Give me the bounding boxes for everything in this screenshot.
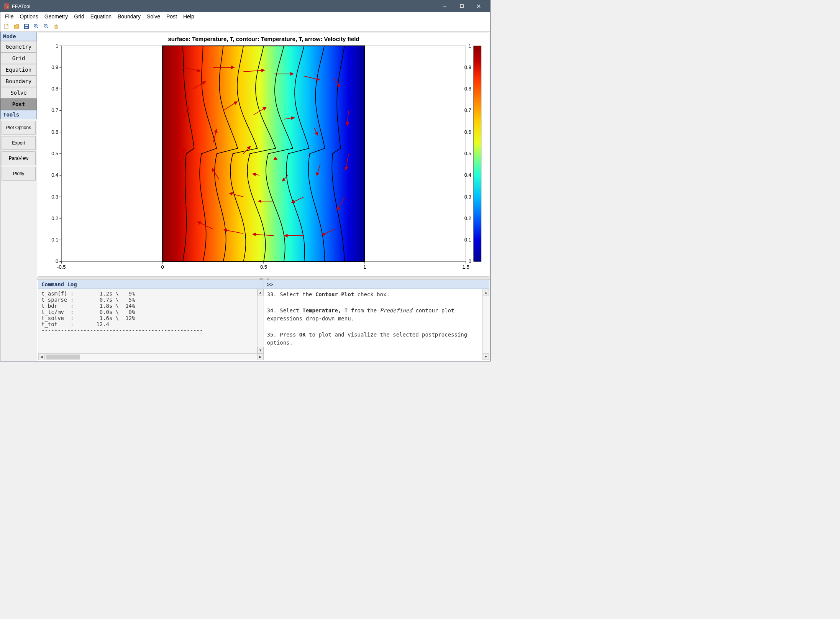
help-prompt: >> <box>264 280 489 289</box>
svg-text:0.3: 0.3 <box>51 194 58 200</box>
svg-rect-11 <box>25 25 28 26</box>
svg-marker-9 <box>14 25 19 28</box>
menu-equation[interactable]: Equation <box>87 13 115 20</box>
svg-text:0.5: 0.5 <box>51 151 58 156</box>
log-hscrollbar[interactable]: ◀ ▶ <box>38 353 264 360</box>
app-icon <box>3 3 10 9</box>
svg-line-18 <box>47 27 48 28</box>
tool-export-button[interactable]: Export <box>2 136 36 150</box>
tool-plot-options-button[interactable]: Plot Options <box>2 121 36 135</box>
svg-text:0.6: 0.6 <box>51 129 58 135</box>
mode-solve-button[interactable]: Solve <box>0 87 37 99</box>
svg-text:0.6: 0.6 <box>464 129 471 135</box>
tool-paraview-button[interactable]: ParaView <box>2 151 36 165</box>
svg-rect-2 <box>7 7 8 8</box>
scroll-left-icon[interactable]: ◀ <box>38 354 45 360</box>
menu-file[interactable]: File <box>2 13 17 20</box>
menu-post[interactable]: Post <box>163 13 180 20</box>
mode-boundary-button[interactable]: Boundary <box>0 76 37 87</box>
close-button[interactable] <box>470 0 487 12</box>
titlebar: FEATool <box>0 0 490 12</box>
mode-geometry-button[interactable]: Geometry <box>0 41 37 53</box>
svg-rect-1 <box>5 4 6 6</box>
window-title: FEATool <box>12 3 436 9</box>
open-file-icon[interactable] <box>12 22 21 31</box>
splitter-handle[interactable] <box>37 277 490 280</box>
scroll-thumb[interactable] <box>46 355 80 360</box>
menubar: FileOptionsGeometryGridEquationBoundaryS… <box>0 12 490 21</box>
svg-text:1: 1 <box>56 43 58 49</box>
svg-text:0.8: 0.8 <box>51 86 58 92</box>
minimize-button[interactable] <box>436 0 453 12</box>
plot-canvas[interactable]: surface: Temperature, T, contour: Temper… <box>38 33 489 276</box>
scroll-down-icon[interactable]: ▼ <box>258 347 264 353</box>
new-file-icon[interactable] <box>2 22 11 31</box>
maximize-button[interactable] <box>453 0 470 12</box>
sidebar-mode-header: Mode <box>0 32 37 41</box>
log-vscrollbar[interactable]: ▲ ▼ <box>257 289 264 353</box>
svg-rect-12 <box>25 27 28 28</box>
svg-text:0.1: 0.1 <box>51 237 58 243</box>
scroll-track[interactable] <box>258 296 264 347</box>
main-area: Mode GeometryGridEquationBoundarySolvePo… <box>0 32 490 361</box>
save-file-icon[interactable] <box>22 22 31 31</box>
mode-equation-button[interactable]: Equation <box>0 64 37 76</box>
svg-text:0.2: 0.2 <box>51 215 58 221</box>
svg-text:-0.5: -0.5 <box>57 264 66 270</box>
svg-rect-4 <box>460 5 463 8</box>
scroll-up-icon[interactable]: ▲ <box>483 289 489 296</box>
menu-solve[interactable]: Solve <box>144 13 163 20</box>
tool-plotly-button[interactable]: Plotly <box>2 167 36 181</box>
help-body[interactable]: 33. Select the Contour Plot check box.34… <box>264 289 483 360</box>
svg-text:0.3: 0.3 <box>464 194 471 200</box>
pan-hand-icon[interactable] <box>52 22 61 31</box>
plot-area[interactable]: surface: Temperature, T, contour: Temper… <box>38 33 489 277</box>
zoom-in-icon[interactable] <box>32 22 41 31</box>
svg-text:0.2: 0.2 <box>464 215 471 221</box>
svg-text:0.7: 0.7 <box>464 107 471 113</box>
scroll-right-icon[interactable]: ▶ <box>257 354 264 360</box>
content-area: surface: Temperature, T, contour: Temper… <box>37 32 490 361</box>
sidebar: Mode GeometryGridEquationBoundarySolvePo… <box>0 32 37 361</box>
command-log-body[interactable]: t_asm(f) : 1.2s \ 9% t_sparse : 0.7s \ 5… <box>38 289 257 353</box>
svg-text:0: 0 <box>468 258 471 264</box>
scroll-track[interactable] <box>45 354 257 360</box>
svg-text:0.7: 0.7 <box>51 107 58 113</box>
scroll-track[interactable] <box>483 296 489 353</box>
svg-rect-86 <box>474 46 481 262</box>
help-vscrollbar[interactable]: ▲ ▼ <box>482 289 489 360</box>
mode-grid-button[interactable]: Grid <box>0 53 37 64</box>
menu-boundary[interactable]: Boundary <box>115 13 144 20</box>
plot-title: surface: Temperature, T, contour: Temper… <box>168 36 359 42</box>
sidebar-tools-header: Tools <box>0 110 37 119</box>
svg-text:0.1: 0.1 <box>464 237 471 243</box>
svg-text:0.4: 0.4 <box>51 172 58 178</box>
svg-text:0.9: 0.9 <box>51 64 58 70</box>
svg-text:1: 1 <box>363 264 366 270</box>
scroll-down-icon[interactable]: ▼ <box>483 353 489 360</box>
menu-grid[interactable]: Grid <box>71 13 87 20</box>
svg-text:0.5: 0.5 <box>260 264 267 270</box>
mode-post-button[interactable]: Post <box>0 99 37 110</box>
svg-text:0: 0 <box>161 264 164 270</box>
menu-geometry[interactable]: Geometry <box>41 13 71 20</box>
svg-text:0.8: 0.8 <box>464 86 471 92</box>
command-log-pane: Command Log t_asm(f) : 1.2s \ 9% t_spars… <box>38 280 264 360</box>
svg-line-14 <box>37 27 38 28</box>
svg-text:0.4: 0.4 <box>464 172 471 178</box>
svg-text:0.5: 0.5 <box>464 151 471 156</box>
app-window: FEATool FileOptionsGeometryGridEquationB… <box>0 0 491 361</box>
command-log-header: Command Log <box>38 280 264 289</box>
svg-text:1: 1 <box>468 43 471 49</box>
zoom-out-icon[interactable] <box>42 22 51 31</box>
menu-help[interactable]: Help <box>180 13 197 20</box>
toolbar <box>0 21 490 32</box>
bottom-panes: Command Log t_asm(f) : 1.2s \ 9% t_spars… <box>38 280 489 360</box>
scroll-up-icon[interactable]: ▲ <box>258 289 264 296</box>
menu-options[interactable]: Options <box>17 13 41 20</box>
svg-text:0: 0 <box>56 258 58 264</box>
help-pane: >> 33. Select the Contour Plot check box… <box>264 280 489 360</box>
svg-text:1.5: 1.5 <box>463 264 469 270</box>
svg-text:0.9: 0.9 <box>464 64 471 70</box>
